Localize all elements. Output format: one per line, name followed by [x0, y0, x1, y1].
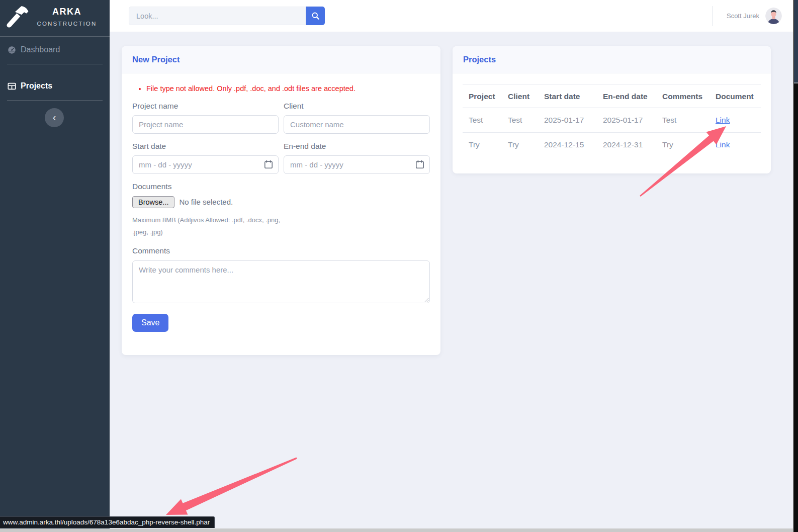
project-name-input[interactable]: [132, 115, 279, 134]
hammer-icon: [4, 4, 29, 29]
chevron-left-icon: ‹: [53, 112, 56, 122]
arrow-to-status-url: [166, 458, 297, 515]
search-icon: [311, 12, 320, 20]
sidebar-divider: [7, 64, 103, 64]
end-date-label: En-end date: [284, 142, 430, 151]
sidebar-item-dashboard[interactable]: Dashboard: [0, 42, 110, 57]
search-input[interactable]: [129, 7, 306, 25]
avatar[interactable]: [765, 8, 782, 24]
user-name: Scott Jurek: [727, 12, 759, 20]
form-error-list: File type not allowed. Only .pdf, .doc, …: [146, 84, 430, 94]
start-date-input[interactable]: [132, 155, 279, 174]
sidebar-item-label: Projects: [21, 81, 52, 91]
cell-project: Test: [463, 108, 502, 133]
comments-textarea[interactable]: [132, 260, 430, 303]
document-link[interactable]: Link: [716, 140, 730, 149]
client-input[interactable]: [284, 115, 430, 134]
horizontal-scrollbar[interactable]: [0, 528, 793, 532]
cell-comments: Test: [656, 108, 710, 133]
document-link[interactable]: Link: [716, 116, 730, 124]
end-date-input[interactable]: [284, 155, 430, 174]
projects-table: Project Client Start date En-end date Co…: [463, 85, 761, 157]
table-top-divider: [463, 84, 761, 84]
table-row: Test Test 2025-01-17 2025-01-17 Test Lin…: [463, 108, 761, 133]
col-header-client: Client: [502, 85, 538, 108]
col-header-document: Document: [710, 85, 761, 108]
col-header-start-date: Start date: [538, 85, 597, 108]
table-grid-icon: [8, 82, 16, 91]
col-header-end-date: En-end date: [597, 85, 656, 108]
save-button[interactable]: Save: [132, 314, 168, 332]
table-header-row: Project Client Start date En-end date Co…: [463, 85, 761, 108]
client-label: Client: [284, 102, 430, 111]
vertical-scrollbar[interactable]: [793, 0, 798, 532]
search-button[interactable]: [306, 7, 325, 25]
cell-end-date: 2024-12-31: [597, 133, 656, 157]
projects-title: Projects: [463, 55, 496, 64]
brand: ARKA CONSTRUCTION: [0, 0, 110, 37]
search-group: [129, 7, 325, 25]
brand-name: ARKA: [29, 7, 105, 17]
cell-project: Try: [463, 133, 502, 157]
sidebar-collapse-button[interactable]: ‹: [45, 108, 64, 127]
no-file-selected-text: No file selected.: [179, 198, 233, 206]
topbar-divider: [712, 6, 713, 26]
col-header-project: Project: [463, 85, 502, 108]
projects-card-header: Projects: [453, 46, 771, 73]
file-help-text: Maximum 8MB (Adiljivos Allowed: .pdf, .d…: [132, 214, 288, 238]
new-project-card-header: New Project: [122, 46, 440, 73]
cell-client: Try: [502, 133, 538, 157]
topbar: Scott Jurek: [110, 0, 793, 32]
col-header-comments: Comments: [656, 85, 710, 108]
projects-card: Projects Project Client Start date En-en…: [453, 46, 771, 173]
brand-subtitle: CONSTRUCTION: [29, 21, 105, 27]
file-type-error-message: File type not allowed. Only .pdf, .doc, …: [146, 84, 430, 94]
start-date-label: Start date: [132, 142, 279, 151]
browse-button[interactable]: Browse...: [132, 196, 174, 208]
cell-start-date: 2025-01-17: [538, 108, 597, 133]
sidebar: ARKA CONSTRUCTION Dashboard Projects ‹: [0, 0, 110, 532]
avatar-illustration: [765, 8, 782, 24]
sidebar-divider: [7, 100, 103, 101]
user-area[interactable]: Scott Jurek: [712, 6, 782, 26]
new-project-title: New Project: [132, 55, 180, 64]
documents-label: Documents: [132, 182, 430, 191]
cell-end-date: 2025-01-17: [597, 108, 656, 133]
new-project-card: New Project File type not allowed. Only …: [122, 46, 440, 355]
dashboard-gauge-icon: [8, 46, 16, 54]
vertical-scrollbar-thumb[interactable]: [794, 0, 798, 83]
app-window: ARKA CONSTRUCTION Dashboard Projects ‹: [0, 0, 798, 532]
sidebar-item-projects[interactable]: Projects: [0, 78, 110, 94]
link-preview-status-bar: www.admin.arka.thl/uploads/678a13e6abdac…: [0, 516, 215, 528]
cell-comments: Try: [656, 133, 710, 157]
cell-start-date: 2024-12-15: [538, 133, 597, 157]
project-name-label: Project name: [132, 102, 279, 111]
file-input: Browse... No file selected.: [132, 196, 430, 208]
comments-label: Comments: [132, 246, 430, 255]
cell-client: Test: [502, 108, 538, 133]
table-row: Try Try 2024-12-15 2024-12-31 Try Link: [463, 133, 761, 157]
sidebar-item-label: Dashboard: [21, 45, 60, 54]
